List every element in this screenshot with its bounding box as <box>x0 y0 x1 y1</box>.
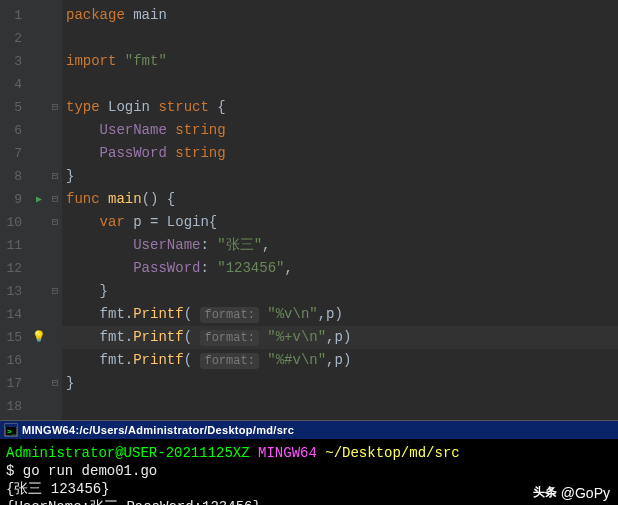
code-token: PassWord <box>100 145 176 161</box>
code-token: } <box>66 375 74 391</box>
gutter-spacer <box>30 4 48 27</box>
code-token: , <box>284 260 292 276</box>
code-line[interactable]: fmt.Printf( format: "%v\n",p) <box>62 303 618 326</box>
code-token: format: <box>200 307 258 323</box>
line-number-gutter: 123456789101112131415161718 <box>0 0 30 420</box>
fold-toggle-icon[interactable]: ⊟ <box>48 165 62 188</box>
prompt-path: ~/Desktop/md/src <box>317 445 460 461</box>
code-token <box>66 145 100 161</box>
code-editor[interactable]: 123456789101112131415161718 ▶💡 ⊟⊟⊟⊟⊟⊟ pa… <box>0 0 618 420</box>
code-line[interactable] <box>62 395 618 418</box>
code-line[interactable]: func main() { <box>62 188 618 211</box>
code-token: main <box>108 191 142 207</box>
fold-spacer <box>48 234 62 257</box>
intention-bulb-icon[interactable]: 💡 <box>32 331 46 343</box>
code-line[interactable]: PassWord string <box>62 142 618 165</box>
code-token: string <box>175 145 225 161</box>
fold-gutter: ⊟⊟⊟⊟⊟⊟ <box>48 0 62 420</box>
code-token: fmt. <box>66 306 133 322</box>
fold-spacer <box>48 257 62 280</box>
code-line[interactable]: UserName string <box>62 119 618 142</box>
prompt-env: MINGW64 <box>258 445 317 461</box>
code-token: PassWord <box>133 260 200 276</box>
code-token: Printf <box>133 306 183 322</box>
code-token: fmt. <box>66 352 133 368</box>
code-line[interactable]: import "fmt" <box>62 50 618 73</box>
code-line[interactable] <box>62 27 618 50</box>
fold-toggle-icon[interactable]: ⊟ <box>48 188 62 211</box>
fold-spacer <box>48 326 62 349</box>
line-number: 12 <box>0 257 30 280</box>
line-number: 7 <box>0 142 30 165</box>
code-token: func <box>66 191 108 207</box>
code-token: package <box>66 7 133 23</box>
gutter-spacer <box>30 211 48 234</box>
code-line[interactable]: } <box>62 280 618 303</box>
code-line[interactable]: fmt.Printf( format: "%#v\n",p) <box>62 349 618 372</box>
code-token: ,p) <box>318 306 343 322</box>
code-token: "%#v\n" <box>267 352 326 368</box>
fold-toggle-icon[interactable]: ⊟ <box>48 96 62 119</box>
code-token: "张三" <box>217 237 262 253</box>
code-token: var <box>100 214 134 230</box>
code-line[interactable]: var p = Login{ <box>62 211 618 234</box>
code-token: "123456" <box>217 260 284 276</box>
fold-spacer <box>48 142 62 165</box>
code-token <box>66 122 100 138</box>
code-token: main <box>133 7 167 23</box>
line-number: 14 <box>0 303 30 326</box>
svg-text:>_: >_ <box>7 427 17 436</box>
code-token: ( <box>184 352 201 368</box>
code-token: : <box>200 237 217 253</box>
code-token: Printf <box>133 352 183 368</box>
fold-toggle-icon[interactable]: ⊟ <box>48 211 62 234</box>
code-token: p = Login{ <box>133 214 217 230</box>
terminal-prompt-line: Administrator@USER-20211125XZ MINGW64 ~/… <box>6 444 612 462</box>
watermark-brand: 头条 <box>533 484 557 501</box>
gutter-spacer <box>30 165 48 188</box>
gutter-spacer <box>30 73 48 96</box>
code-token: type <box>66 99 108 115</box>
code-line[interactable] <box>62 73 618 96</box>
line-number: 11 <box>0 234 30 257</box>
gutter-spacer <box>30 280 48 303</box>
fold-spacer <box>48 349 62 372</box>
gutter-spacer <box>30 142 48 165</box>
code-line[interactable]: PassWord: "123456", <box>62 257 618 280</box>
terminal-output-line: {UserName:张三 PassWord:123456} <box>6 498 612 505</box>
prompt-user: Administrator@USER-20211125XZ <box>6 445 250 461</box>
code-token <box>66 260 133 276</box>
code-line[interactable]: } <box>62 165 618 188</box>
code-token <box>66 214 100 230</box>
terminal-title-bar[interactable]: >_ MINGW64:/c/Users/Administrator/Deskto… <box>0 421 618 440</box>
code-token <box>66 237 133 253</box>
code-line[interactable]: } <box>62 372 618 395</box>
fold-toggle-icon[interactable]: ⊟ <box>48 372 62 395</box>
code-token: format: <box>200 353 258 369</box>
gutter-spacer <box>30 257 48 280</box>
gutter-spacer <box>30 119 48 142</box>
gutter-spacer <box>30 234 48 257</box>
fold-spacer <box>48 395 62 418</box>
fold-spacer <box>48 4 62 27</box>
code-line[interactable]: type Login struct { <box>62 96 618 119</box>
code-token: { <box>217 99 225 115</box>
line-number: 8 <box>0 165 30 188</box>
fold-toggle-icon[interactable]: ⊟ <box>48 280 62 303</box>
line-number: 5 <box>0 96 30 119</box>
gutter-spacer <box>30 50 48 73</box>
code-area[interactable]: package mainimport "fmt"type Login struc… <box>62 0 618 420</box>
watermark: 头条 @GoPy <box>533 484 610 501</box>
line-number: 4 <box>0 73 30 96</box>
line-number: 18 <box>0 395 30 418</box>
run-gutter-icon[interactable]: ▶ <box>36 194 42 205</box>
code-line[interactable]: UserName: "张三", <box>62 234 618 257</box>
code-line[interactable]: package main <box>62 4 618 27</box>
code-line[interactable]: fmt.Printf( format: "%+v\n",p) <box>62 326 618 349</box>
terminal-output[interactable]: Administrator@USER-20211125XZ MINGW64 ~/… <box>0 440 618 505</box>
gutter-spacer <box>30 395 48 418</box>
code-token: Printf <box>133 329 183 345</box>
line-number: 1 <box>0 4 30 27</box>
code-token: () { <box>142 191 176 207</box>
code-token: string <box>175 122 225 138</box>
